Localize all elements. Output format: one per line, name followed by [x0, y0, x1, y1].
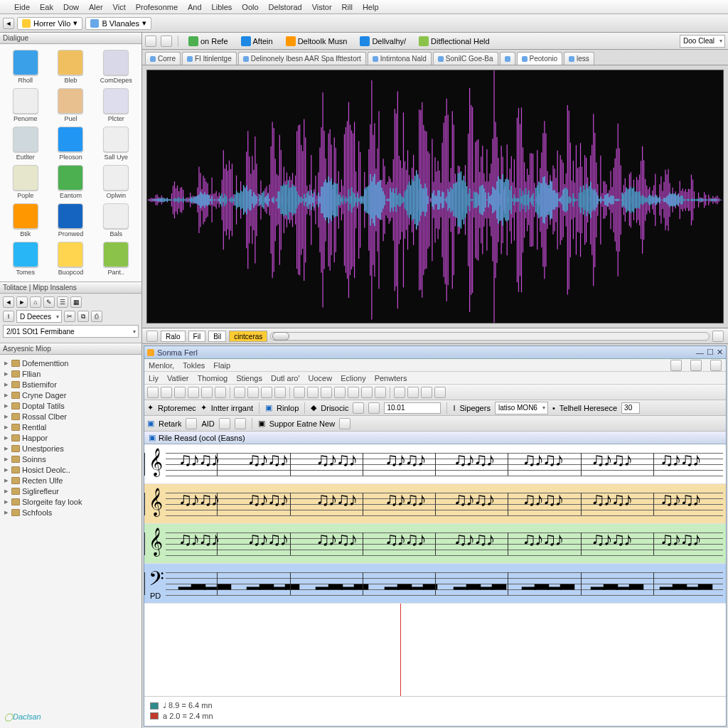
tree-node[interactable]: ▸Rentlal — [1, 422, 140, 432]
palette-item[interactable]: Pant.. — [95, 240, 137, 277]
menu-item[interactable]: Vict — [113, 3, 126, 11]
menu-item[interactable]: Rill — [342, 3, 353, 11]
toolbar-button[interactable] — [307, 387, 318, 398]
palette-item[interactable]: Pople — [4, 164, 47, 200]
transport-pill[interactable]: Fil — [188, 331, 206, 342]
toolbar-button[interactable] — [394, 387, 405, 398]
menu-item[interactable]: Dow — [63, 3, 79, 11]
toolbar-button[interactable] — [361, 387, 373, 398]
toolbar-action[interactable]: Ditflectional Held — [414, 35, 494, 48]
menu-item[interactable]: Eide — [14, 3, 30, 11]
toolbar-button[interactable] — [334, 387, 346, 398]
palette-item[interactable]: Tomes — [4, 240, 47, 277]
toolbar-button[interactable] — [375, 387, 386, 398]
palette-item[interactable]: Pronwed — [50, 202, 92, 239]
palette-item[interactable]: Sall Uye — [95, 125, 137, 162]
toolbar-button[interactable] — [188, 387, 199, 398]
tree-node[interactable]: ▸Slorgeite fay look — [1, 496, 140, 507]
toolbar-button[interactable] — [690, 360, 702, 371]
menu-item[interactable]: Ecliony — [341, 374, 365, 382]
tree-node[interactable]: ▸Schfools — [1, 507, 140, 518]
tree-node[interactable]: ▸Siglirefleur — [1, 486, 140, 496]
play-button[interactable] — [146, 331, 158, 342]
expand-icon[interactable]: ▸ — [3, 390, 9, 400]
palette-item[interactable]: Puel — [50, 87, 92, 124]
tool-button[interactable]: ⌂ — [30, 296, 41, 308]
expand-icon[interactable]: ▸ — [3, 486, 9, 496]
expand-icon[interactable]: ▸ — [3, 433, 9, 442]
tree-node[interactable]: ▸Cryne Dager — [1, 390, 140, 400]
number-field[interactable]: 10.01 — [384, 402, 441, 414]
menu-item[interactable]: Help — [363, 3, 379, 11]
tree-node[interactable]: ▸Recten Ulfe — [1, 475, 140, 486]
tree-node[interactable]: ▸Dofementtion — [1, 358, 140, 368]
child-titlebar[interactable]: Sonma Ferl — ☐ ✕ — [144, 346, 726, 359]
tree-node[interactable]: ▸Hosict Deolc.. — [1, 464, 140, 475]
toolbar-button[interactable] — [161, 387, 172, 398]
tool-button[interactable]: ⎙ — [91, 311, 102, 322]
menu-item[interactable]: Tokles — [183, 361, 205, 370]
expand-icon[interactable]: ▸ — [3, 454, 9, 464]
toolbar-button[interactable] — [174, 387, 186, 398]
toolbar-button[interactable] — [147, 387, 159, 398]
close-icon[interactable]: ✕ — [717, 348, 723, 357]
doc-tab-2[interactable]: B Vlanales▾ — [85, 17, 151, 30]
toolbar-button[interactable] — [215, 387, 226, 398]
tree-node[interactable]: ▸Bstiemifor — [1, 379, 140, 390]
toolbar-action[interactable]: on Refe — [184, 35, 232, 48]
editor-tab[interactable]: FI ltinlentge — [182, 52, 237, 65]
expand-icon[interactable]: ▸ — [3, 412, 9, 421]
toolbar-button[interactable] — [407, 387, 419, 398]
tool-button[interactable]: ⧉ — [77, 311, 89, 322]
waveform-canvas[interactable] — [146, 70, 724, 323]
menu-item[interactable]: Uocew — [309, 374, 333, 382]
tool-button[interactable]: ◄ — [3, 296, 14, 308]
menu-item[interactable]: Menlor, — [149, 361, 174, 370]
menu-item[interactable]: Flaip — [213, 361, 230, 370]
tree-node[interactable]: ▸Happor — [1, 432, 140, 443]
toolbar-action[interactable]: Deltoolk Musn — [282, 35, 352, 48]
palette-item[interactable]: Bleb — [50, 48, 92, 85]
expand-icon[interactable]: ▸ — [3, 369, 9, 378]
toolbar-button[interactable] — [421, 387, 432, 398]
menu-item[interactable]: Stiengs — [236, 374, 262, 382]
editor-tab[interactable]: less — [564, 52, 594, 65]
palette-item[interactable]: ComDepes — [95, 48, 137, 85]
toolbar-button[interactable] — [161, 36, 172, 47]
expand-icon[interactable]: ▸ — [3, 476, 9, 485]
editor-tab[interactable]: SonilC Goe-Ba — [433, 52, 498, 65]
toolbar-button[interactable] — [247, 387, 259, 398]
toolbar-button[interactable] — [321, 387, 332, 398]
menu-item[interactable]: Vatlier — [167, 374, 188, 382]
tool-button[interactable]: ► — [16, 296, 28, 308]
menu-item[interactable]: Eak — [40, 3, 53, 11]
back-button[interactable]: ◄ — [3, 18, 14, 29]
slider-thumb-icon[interactable] — [272, 332, 289, 341]
tree-node[interactable]: ▸Rossal Clber — [1, 411, 140, 422]
end-select[interactable]: Doo Cleal — [680, 35, 725, 48]
toolbar-button[interactable] — [274, 387, 286, 398]
toolbar-button[interactable] — [348, 387, 359, 398]
palette-item[interactable]: Plcter — [95, 87, 137, 124]
toolbar-action[interactable]: Aftein — [237, 35, 277, 48]
number-field[interactable]: 30 — [621, 402, 640, 414]
expand-icon[interactable]: ▸ — [3, 380, 9, 389]
toolbar-button[interactable] — [294, 387, 305, 398]
tool-button[interactable]: ✎ — [43, 296, 55, 308]
transport-pill[interactable]: Ralo — [161, 331, 186, 342]
palette-item[interactable]: Oplwin — [95, 164, 137, 200]
palette-item[interactable]: Bals — [95, 202, 137, 239]
transport-pill[interactable]: Bil — [208, 331, 226, 342]
tree-node[interactable]: ▸Fllian — [1, 368, 140, 379]
tool-button[interactable]: ✂ — [64, 311, 75, 322]
toolbar-button[interactable] — [353, 402, 364, 414]
tree-node[interactable]: ▸Soinns — [1, 454, 140, 464]
menu-item[interactable]: Dutl aro' — [271, 374, 300, 382]
max-icon[interactable]: ☐ — [707, 348, 714, 357]
expand-icon[interactable]: ▸ — [3, 444, 9, 453]
toolbar-button[interactable] — [368, 402, 380, 414]
palette-item[interactable]: Eantom — [50, 164, 92, 200]
menu-item[interactable]: Liy — [149, 374, 159, 382]
min-icon[interactable]: — — [696, 348, 704, 357]
menu-item[interactable]: Libles — [212, 3, 232, 11]
